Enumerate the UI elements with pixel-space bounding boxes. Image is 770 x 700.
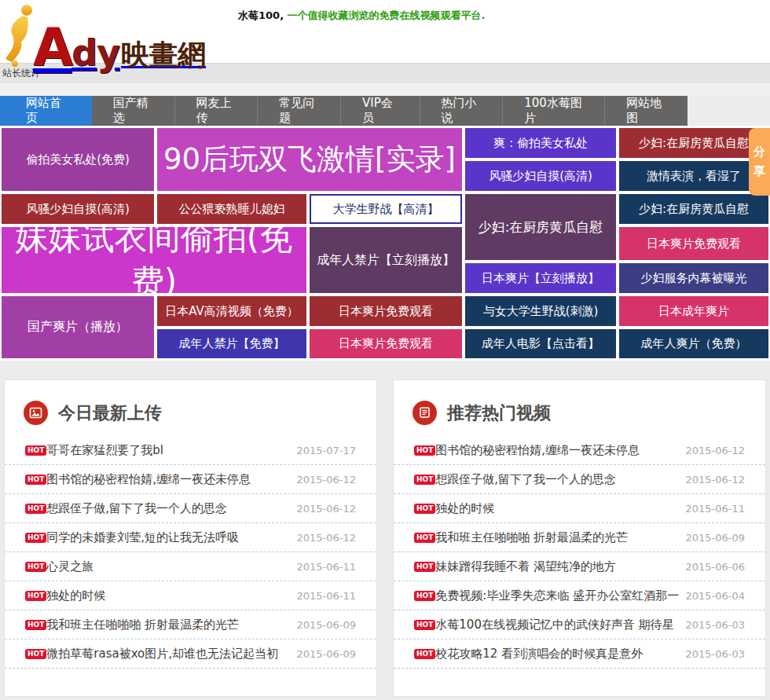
banner-link[interactable]: 90后玩双飞激情[实录] [157, 128, 462, 191]
video-list-item: HOT 想跟侄子做,留下了我一个人的思念 2015-06-12 [5, 494, 376, 523]
document-icon [412, 401, 437, 425]
banner-link[interactable]: 风骚少妇自摸(高清) [465, 161, 616, 191]
hot-videos-panel: 推荐热门视频 HOT 图书馆的秘密程怡婧,缠绵一夜还未停息 2015-06-12… [393, 379, 766, 697]
video-title-link[interactable]: 心灵之旅 [46, 559, 290, 574]
nav-tab-vip[interactable]: VIP会员 [340, 96, 419, 126]
banner-link[interactable]: 少妇服务内幕被曝光 [619, 263, 768, 293]
banner-link[interactable]: 少妇:在厨房黄瓜自慰 [465, 194, 616, 260]
banner-link[interactable]: 偷拍美女私处(免费) [2, 128, 154, 191]
video-list-item: HOT 图书馆的秘密程怡婧,缠绵一夜还未停息 2015-06-12 [394, 436, 765, 465]
video-title-link[interactable]: 免费视频:毕业季失恋来临 盛开办公室红酒那一 [435, 588, 679, 603]
latest-uploads-panel: 今日最新上传 HOT 哥哥在家猛烈要了我bl 2015-07-17 HOT 图书… [4, 379, 377, 697]
banner-link[interactable]: 日本爽片免费观看 [619, 227, 768, 260]
bottom-section: 今日最新上传 HOT 哥哥在家猛烈要了我bl 2015-07-17 HOT 图书… [0, 361, 770, 697]
banner-grid: 偷拍美女私处(免费) 90后玩双飞激情[实录] 爽：偷拍美女私处 少妇:在厨房黄… [2, 128, 768, 358]
banner-link[interactable]: 成年人爽片（免费） [619, 329, 768, 358]
banner-link[interactable]: 日本爽片免费观看 [310, 296, 462, 326]
banner-link[interactable]: 爽：偷拍美女私处 [465, 128, 616, 158]
banner-link[interactable]: 成年人禁片【免费】 [157, 329, 306, 358]
nav-tab-domestic[interactable]: 国产精选 [92, 96, 174, 126]
hot-badge: HOT [25, 649, 46, 659]
video-list-item: HOT 妹妹蹭得我睡不着 渴望纯净的地方 2015-06-06 [394, 552, 765, 581]
hot-badge: HOT [414, 620, 435, 630]
banner-link[interactable]: 成年人禁片【立刻播放】 [310, 227, 462, 293]
banner-link[interactable]: 妹妹试衣间偷拍(免费) [2, 227, 306, 293]
video-title-link[interactable]: 哥哥在家猛烈要了我bl [46, 443, 290, 458]
banner-grid-section: 偷拍美女私处(免费) 90后玩双飞激情[实录] 爽：偷拍美女私处 少妇:在厨房黄… [0, 126, 770, 361]
video-title-link[interactable]: 微拍草莓rasa被xo图片,却谁也无法记起当初 [46, 647, 290, 662]
upload-date: 2015-06-12 [296, 503, 356, 515]
upload-date: 2015-06-09 [296, 648, 356, 660]
notice-brand-text: 水莓100, [238, 9, 284, 21]
hot-badge: HOT [25, 475, 46, 485]
upload-date: 2015-06-11 [685, 503, 745, 515]
hot-badge: HOT [25, 620, 46, 630]
upload-date: 2015-06-06 [685, 561, 745, 573]
video-title-link[interactable]: 校花攻略12 看到演唱会的时候真是意外 [435, 647, 679, 662]
panel-title: 推荐热门视频 [447, 401, 551, 425]
video-title-link[interactable]: 我和班主任啪啪啪 折射最温柔的光芒 [46, 618, 290, 632]
video-title-link[interactable]: 图书馆的秘密程怡婧,缠绵一夜还未停息 [46, 472, 290, 487]
latest-uploads-list: HOT 哥哥在家猛烈要了我bl 2015-07-17 HOT 图书馆的秘密程怡婧… [5, 436, 376, 669]
banner-link[interactable]: 日本爽片【立刻播放】 [465, 263, 616, 293]
nav-tab-home[interactable]: 网站首页 [0, 96, 92, 126]
upload-date: 2015-06-12 [685, 445, 745, 456]
upload-date: 2015-06-12 [296, 532, 356, 544]
upload-date: 2015-06-12 [296, 474, 356, 486]
upload-date: 2015-06-03 [685, 648, 745, 660]
hot-badge: HOT [414, 649, 435, 659]
banner-link[interactable]: 日本爽片免费观看 [310, 329, 462, 358]
video-title-link[interactable]: 同学的未婚妻刘莹,短的让我无法呼吸 [46, 530, 290, 545]
upload-date: 2015-06-09 [685, 532, 745, 544]
panel-title: 今日最新上传 [58, 401, 162, 425]
hot-badge: HOT [414, 562, 435, 572]
banner-link[interactable]: 少妇:在厨房黄瓜自慰 [619, 128, 768, 158]
nav-tab-novels[interactable]: 热门小说 [420, 96, 503, 126]
video-list-item: HOT 想跟侄子做,留下了我一个人的思念 2015-06-12 [394, 465, 765, 494]
banner-link[interactable]: 激情表演，看湿了 [619, 161, 768, 191]
hot-badge: HOT [414, 591, 435, 601]
video-list-item: HOT 我和班主任啪啪啪 折射最温柔的光芒 2015-06-09 [5, 610, 376, 640]
video-title-link[interactable]: 妹妹蹭得我睡不着 渴望纯净的地方 [435, 559, 679, 574]
banner-link[interactable]: 日本AV高清视频（免费） [157, 296, 306, 326]
banner-link[interactable]: 公公猥亵熟睡儿媳妇 [157, 194, 306, 224]
upload-date: 2015-06-11 [296, 561, 356, 573]
nav-tab-uploads[interactable]: 网友上传 [174, 96, 258, 126]
logo-letter-a: A [33, 24, 72, 71]
video-list-item: HOT 免费视频:毕业季失恋来临 盛开办公室红酒那一 2015-06-04 [394, 581, 765, 610]
video-list-item: HOT 图书馆的秘密程怡婧,缠绵一夜还未停息 2015-06-12 [5, 465, 376, 494]
hot-badge: HOT [414, 445, 435, 456]
banner-link[interactable]: 风骚少妇自摸(高清) [2, 194, 154, 224]
video-title-link[interactable]: 图书馆的秘密程怡婧,缠绵一夜还未停息 [435, 443, 679, 458]
hot-badge: HOT [414, 475, 435, 485]
nav-tab-faq[interactable]: 常见问题 [257, 96, 340, 126]
video-title-link[interactable]: 想跟侄子做,留下了我一个人的思念 [435, 472, 679, 487]
main-nav: 网站首页 国产精选 网友上传 常见问题 VIP会员 热门小说 100水莓图片 网… [0, 96, 688, 126]
video-list-item: HOT 哥哥在家猛烈要了我bl 2015-07-17 [5, 436, 376, 465]
video-title-link[interactable]: 独处的时候 [46, 588, 290, 603]
video-title-link[interactable]: 独处的时候 [435, 501, 679, 516]
top-header: A dy 映畫網 水莓100, 一个值得收藏浏览的免费在线视频观看平台. [0, 0, 770, 63]
panel-header: 推荐热门视频 [394, 380, 765, 436]
banner-link[interactable]: 与女大学生野战(刺激) [465, 296, 616, 326]
video-list-item: HOT 独处的时候 2015-06-11 [394, 494, 765, 523]
banner-link[interactable]: 日本成年爽片 [619, 296, 768, 326]
video-list-item: HOT 微拍草莓rasa被xo图片,却谁也无法记起当初 2015-06-09 [5, 640, 376, 669]
hot-videos-list: HOT 图书馆的秘密程怡婧,缠绵一夜还未停息 2015-06-12 HOT 想跟… [394, 436, 765, 669]
nav-tab-sitemap[interactable]: 网站地图 [604, 96, 688, 126]
upload-date: 2015-07-17 [296, 445, 356, 456]
video-title-link[interactable]: 水莓100在线视频记忆中的武侠好声音 期待星 [435, 618, 679, 632]
banner-link[interactable]: 国产爽片（播放） [2, 296, 154, 358]
video-title-link[interactable]: 想跟侄子做,留下了我一个人的思念 [46, 501, 290, 516]
banner-link[interactable]: 成年人电影【点击看】 [465, 329, 616, 358]
banner-link[interactable]: 大学生野战【高清】 [310, 194, 462, 224]
upload-date: 2015-06-09 [296, 619, 356, 631]
share-tab-button[interactable]: 分享 [749, 128, 770, 196]
site-logo[interactable]: A dy 映畫網 [3, 3, 206, 71]
notice-slogan-text: 一个值得收藏浏览的免费在线视频观看平台. [288, 9, 486, 21]
site-notice: 水莓100, 一个值得收藏浏览的免费在线视频观看平台. [238, 9, 486, 23]
video-title-link[interactable]: 我和班主任啪啪啪 折射最温柔的光芒 [435, 530, 679, 545]
banner-link[interactable]: 少妇:在厨房黄瓜自慰 [619, 194, 768, 224]
nav-tab-pictures[interactable]: 100水莓图片 [502, 96, 604, 126]
upload-date: 2015-06-12 [685, 474, 745, 486]
